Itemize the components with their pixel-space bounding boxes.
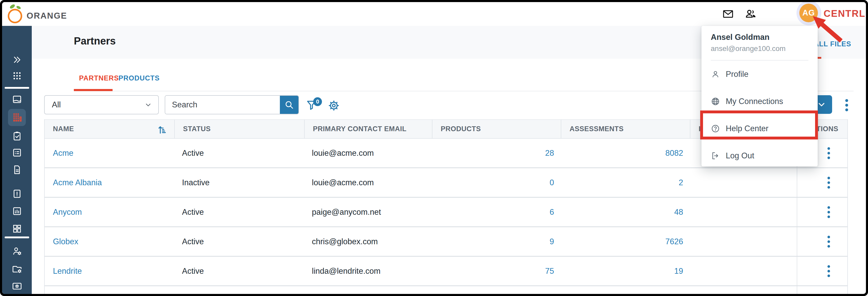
partner-link[interactable]: Lendrite	[53, 267, 82, 276]
orange-fruit-icon	[6, 3, 26, 25]
sidebar	[2, 26, 32, 294]
status-cell: Inactive	[175, 168, 305, 197]
assessments-count-link[interactable]: 8082	[665, 149, 683, 158]
row-actions-menu[interactable]	[824, 262, 834, 280]
toolbar-more-menu[interactable]	[841, 97, 852, 113]
email-cell: linda@lendrite.com	[305, 257, 432, 286]
topbar-icon-group	[722, 2, 757, 26]
products-count-link[interactable]: 9	[550, 237, 554, 246]
email-cell: louie@acme.com	[305, 168, 432, 197]
table-row-partial	[45, 286, 847, 294]
bar-chart-icon	[12, 206, 22, 216]
category-select-value: All	[52, 100, 61, 109]
menu-item-profile[interactable]: Profile	[702, 60, 818, 88]
row-actions-menu[interactable]	[824, 233, 834, 251]
assessments-count-link[interactable]: 48	[674, 208, 683, 217]
inbox-tray-icon	[12, 94, 22, 105]
folder-gear-icon	[11, 264, 23, 274]
status-cell: Active	[175, 198, 305, 226]
products-count-link[interactable]: 28	[545, 149, 554, 158]
top-bar: ORANGE AG CENTRL	[2, 2, 866, 26]
user-avatar[interactable]: AG	[799, 4, 818, 22]
partner-link[interactable]: Acme	[53, 149, 73, 158]
profile-person-icon	[711, 70, 720, 79]
orange-logo: ORANGE	[6, 3, 67, 25]
avatar-initials: AG	[802, 8, 815, 18]
sidebar-item-issues[interactable]	[2, 186, 32, 201]
email-cell: chris@globex.com	[305, 227, 432, 256]
menu-item-label: Profile	[726, 70, 748, 79]
sidebar-divider	[5, 87, 29, 89]
brand-centrl: CENTRL	[824, 8, 865, 19]
sidebar-item-partners-active[interactable]	[2, 110, 32, 125]
search-button[interactable]	[280, 96, 299, 114]
sort-ascending-icon[interactable]	[157, 124, 168, 135]
column-header-name[interactable]: NAME	[45, 120, 175, 138]
globe-icon	[711, 97, 720, 106]
menu-item-label: Log Out	[726, 151, 754, 160]
card-gear-icon	[11, 281, 23, 292]
partner-link[interactable]: Acme Albania	[53, 178, 102, 187]
menu-item-label: My Connections	[726, 97, 783, 106]
filter-funnel-button[interactable]: 0	[305, 99, 322, 115]
sidebar-divider	[5, 237, 29, 238]
user-gear-icon	[11, 246, 23, 257]
search-icon	[284, 100, 294, 110]
sidebar-item-documents[interactable]	[2, 162, 32, 177]
sidebar-item-file-settings[interactable]	[2, 262, 32, 276]
status-cell: Active	[175, 257, 305, 286]
partner-link[interactable]: Anycom	[53, 208, 82, 217]
sidebar-item-dashboards[interactable]	[2, 221, 32, 236]
sidebar-item-reports[interactable]	[2, 204, 32, 218]
row-actions-menu[interactable]	[824, 203, 834, 221]
active-tab-underline	[74, 89, 113, 91]
products-count-link[interactable]: 75	[545, 267, 554, 276]
menu-item-log-out[interactable]: Log Out	[702, 142, 818, 169]
user-email: ansel@orange100.com	[711, 45, 808, 53]
interactions-cell	[690, 257, 797, 286]
tab-products[interactable]: PRODUCTS	[119, 74, 160, 82]
column-header-status[interactable]: STATUS	[175, 120, 305, 138]
table-settings-button[interactable]	[328, 99, 340, 112]
column-header-email[interactable]: PRIMARY CONTACT EMAIL	[305, 120, 432, 138]
assessments-count-link[interactable]: 7626	[665, 237, 683, 246]
products-count-link[interactable]: 0	[550, 178, 554, 187]
interactions-cell	[690, 198, 797, 226]
assessments-count-link[interactable]: 19	[674, 267, 683, 276]
chevron-down-icon	[816, 99, 827, 110]
column-header-assessments[interactable]: ASSESSMENTS	[561, 120, 690, 138]
user-menu-header: Ansel Goldman ansel@orange100.com	[702, 26, 818, 60]
row-actions-menu[interactable]	[824, 144, 834, 162]
sidebar-item-inbox[interactable]	[2, 92, 32, 107]
sidebar-item-admin-settings[interactable]	[2, 279, 32, 293]
mail-icon[interactable]	[722, 8, 734, 20]
sidebar-item-list[interactable]	[2, 145, 32, 160]
status-cell: Active	[175, 227, 305, 256]
assessments-count-link[interactable]: 2	[679, 178, 683, 187]
products-count-link[interactable]: 6	[550, 208, 554, 217]
category-select[interactable]: All	[44, 95, 159, 114]
document-icon	[12, 165, 22, 175]
logo-text: ORANGE	[27, 11, 67, 21]
sidebar-item-assessments[interactable]	[2, 129, 32, 143]
interactions-cell	[690, 227, 797, 256]
tab-partners[interactable]: PARTNERS	[79, 74, 119, 82]
column-header-products[interactable]: PRODUCTS	[432, 120, 561, 138]
gear-icon	[328, 99, 340, 112]
interactions-cell	[690, 168, 797, 197]
sidebar-expand-button[interactable]	[2, 53, 32, 67]
partner-link[interactable]: Globex	[53, 237, 78, 246]
email-cell: paige@anycom.net	[305, 198, 432, 226]
email-cell: louie@acme.com	[305, 139, 432, 167]
sidebar-item-apps[interactable]	[2, 69, 32, 83]
help-center-highlight-box	[700, 110, 818, 139]
connections-people-icon[interactable]	[745, 8, 757, 20]
building-partners-icon	[11, 112, 23, 123]
table-row: Globex Active chris@globex.com 9 7626	[45, 227, 847, 257]
sidebar-item-user-settings[interactable]	[2, 244, 32, 259]
row-actions-menu[interactable]	[824, 173, 834, 192]
tab-all-files[interactable]: ALL FILES	[814, 40, 851, 48]
screenshot-frame: ORANGE AG CENTRL	[0, 0, 868, 296]
table-row: Acme Albania Inactive louie@acme.com 0 2	[45, 168, 847, 198]
search-input[interactable]	[165, 96, 280, 114]
